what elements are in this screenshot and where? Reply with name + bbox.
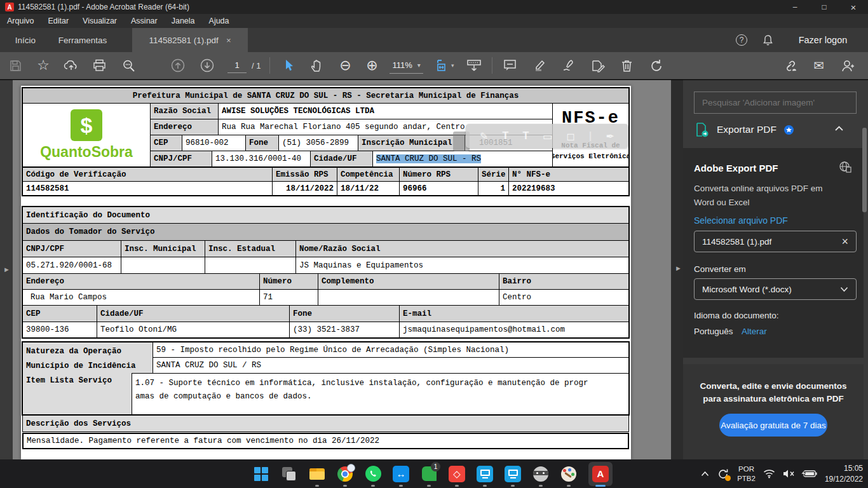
menu-visualizar[interactable]: Visualizar <box>76 15 124 27</box>
hand-tool-icon[interactable] <box>307 55 327 76</box>
tray-expand-chevron-icon[interactable] <box>701 471 709 477</box>
anydesk-button[interactable]: ◇ <box>449 466 465 482</box>
tray-date: 19/12/2022 <box>825 474 863 485</box>
left-panel-expand-icon[interactable]: ► <box>3 266 10 273</box>
left-panel-strip[interactable]: ► <box>0 80 13 459</box>
clock[interactable]: 15:05 19/12/2022 <box>825 463 863 485</box>
help-icon[interactable]: ? <box>732 28 751 52</box>
send-email-icon[interactable]: ✉ <box>809 55 829 76</box>
nome-razao-label: Nome/Razão Social <box>295 240 629 257</box>
acrobat-taskbar-button[interactable]: A <box>588 462 613 486</box>
file-explorer-button[interactable] <box>309 466 325 482</box>
close-button[interactable]: × <box>839 0 868 14</box>
highlight-tool-icon[interactable]: ✎ <box>480 130 488 142</box>
chrome-button[interactable] <box>337 466 353 482</box>
rotate-pages-icon[interactable] <box>646 55 667 76</box>
export-pdf-header[interactable]: Exportar PDF <box>694 119 853 140</box>
tab-ferramentas[interactable]: Ferramentas <box>51 28 114 52</box>
battery-icon[interactable] <box>803 470 817 478</box>
teamviewer-button[interactable]: ↔ <box>393 466 409 482</box>
fit-width-icon[interactable]: ▾ <box>435 55 455 76</box>
paint-button[interactable] <box>560 466 577 482</box>
menu-arquivo[interactable]: Arquivo <box>0 15 41 27</box>
right-panel-expand-icon[interactable]: ► <box>675 264 682 272</box>
minimize-button[interactable]: – <box>780 0 810 14</box>
cloud-upload-icon[interactable] <box>61 55 81 76</box>
select-area-tool-icon[interactable]: ◻ <box>566 130 574 142</box>
tab-close-icon[interactable]: × <box>226 36 231 45</box>
zoom-out-icon[interactable]: ⊖ <box>335 55 355 76</box>
codigo-verificacao-label: Código de Verificação <box>22 167 273 182</box>
sign-tool-icon[interactable]: ✒ <box>606 130 614 142</box>
chrome-profile-badge <box>347 464 355 472</box>
fill-sign-icon[interactable] <box>559 55 579 76</box>
wifi-icon[interactable] <box>763 469 775 478</box>
select-pdf-link[interactable]: Selecionar arquivo PDF <box>694 215 788 226</box>
share-link-icon[interactable] <box>780 55 800 76</box>
menu-ajuda[interactable]: Ajuda <box>202 15 236 27</box>
sidebar-scrollbar[interactable] <box>862 128 867 212</box>
notifications-bell-icon[interactable] <box>758 28 777 52</box>
task-view-button[interactable] <box>281 466 297 482</box>
tab-document[interactable]: 114582581 (1).pdf × <box>132 28 248 52</box>
convert-format-select[interactable]: Microsoft Word (*.docx) <box>694 278 857 300</box>
delete-pages-icon[interactable] <box>617 55 637 76</box>
edit-text-tool-icon[interactable]: T <box>522 130 529 142</box>
login-button[interactable]: Fazer logon <box>788 28 858 52</box>
search-tools-input[interactable] <box>694 92 857 114</box>
save-icon[interactable] <box>5 55 25 76</box>
globe-doc-icon <box>839 161 852 173</box>
menu-assinar[interactable]: Assinar <box>124 15 165 27</box>
language-indicator[interactable]: POR PTB2 <box>737 464 756 484</box>
collapse-chevron-icon[interactable] <box>834 125 844 132</box>
add-text-tool-icon[interactable]: T <box>503 130 509 142</box>
previous-page-icon[interactable] <box>168 55 188 76</box>
search-icon[interactable] <box>118 55 139 76</box>
language-change-link[interactable]: Alterar <box>742 327 767 336</box>
highlight-icon[interactable] <box>529 55 550 76</box>
tomador-cnpj-label: CNPJ/CPF <box>22 240 121 257</box>
volume-muted-icon[interactable] <box>783 469 796 478</box>
inscricao-label: Inscrição Municipal <box>358 135 465 151</box>
sync-status-dot <box>725 475 731 481</box>
right-panel-strip[interactable]: ► <box>671 80 683 459</box>
tomador-cep-label: CEP <box>22 305 97 322</box>
complemento-value <box>318 289 499 306</box>
next-page-icon[interactable] <box>197 55 217 76</box>
page-display-icon[interactable] <box>464 55 484 76</box>
export-pdf-icon <box>694 122 709 137</box>
free-trial-button[interactable]: Avaliação gratuita de 7 dias <box>719 414 827 437</box>
chevron-down-icon: ▾ <box>451 62 454 69</box>
ninja-app-button[interactable] <box>532 466 549 482</box>
panel-title: Adobe Export PDF <box>694 163 778 173</box>
menu-janela[interactable]: Janela <box>165 15 202 27</box>
green-message-app-button[interactable]: 1 <box>421 466 437 482</box>
more-tools-icon[interactable] <box>588 55 608 76</box>
whatsapp-button[interactable] <box>365 466 381 482</box>
stamp-tool-icon[interactable]: ▭ <box>543 130 552 142</box>
comment-icon[interactable] <box>500 55 520 76</box>
promo-section: Converta, edite e envie documentos para … <box>683 364 864 459</box>
menu-editar[interactable]: Editar <box>41 15 76 27</box>
selected-file-chip[interactable]: 114582581 (1).pdf × <box>694 231 857 252</box>
zoom-level-dropdown[interactable]: 111% ▾ <box>390 57 423 74</box>
maximize-button[interactable]: □ <box>810 0 839 14</box>
acrobat-app-icon: A <box>5 3 14 11</box>
remote-desktop-button-1[interactable] <box>477 466 493 482</box>
star-icon[interactable]: ☆ <box>33 55 53 76</box>
remote-desktop-button-2[interactable] <box>505 466 521 482</box>
remove-file-icon[interactable]: × <box>841 235 848 248</box>
chevron-down-icon: ▾ <box>417 62 421 69</box>
chevron-down-icon <box>840 287 848 292</box>
cnpj-label: CNPJ/CPF <box>150 151 212 167</box>
tab-inicio[interactable]: Início <box>6 28 44 52</box>
natureza-operacao-value: 59 - Imposto recolhido pelo Regime Único… <box>153 342 629 358</box>
share-person-icon[interactable] <box>838 55 858 76</box>
print-icon[interactable] <box>89 55 109 76</box>
email-value: jsmaquinasequipamentos@hotmail.com <box>399 322 629 338</box>
select-tool-icon[interactable] <box>279 55 299 76</box>
start-button[interactable] <box>253 466 269 482</box>
onedrive-sync-icon[interactable] <box>717 468 729 480</box>
page-number-input[interactable]: 1 <box>227 58 247 73</box>
zoom-in-icon[interactable]: ⊕ <box>362 55 382 76</box>
